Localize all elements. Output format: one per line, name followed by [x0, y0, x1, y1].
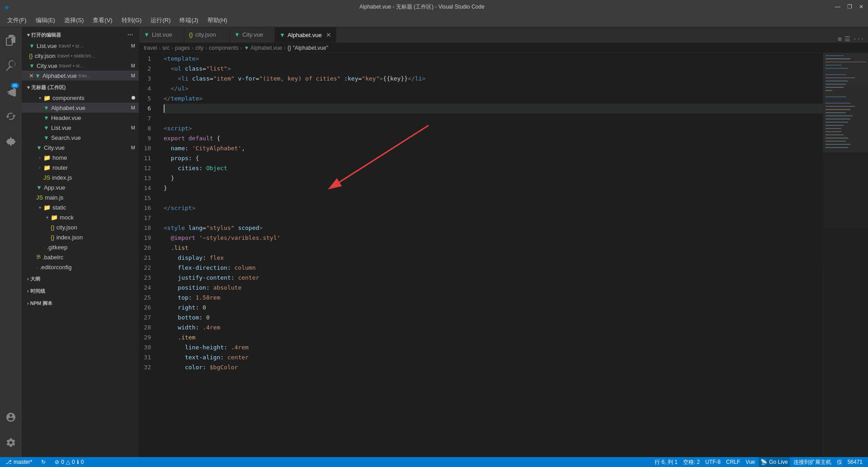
menu-view[interactable]: 查看(V)	[89, 15, 116, 25]
status-golive[interactable]: 📡 Go Live	[759, 457, 789, 467]
code-line-10[interactable]: name: 'CityAlphabet',	[164, 143, 823, 153]
open-editors-menu[interactable]: ···	[127, 31, 133, 39]
activity-debug[interactable]	[0, 105, 22, 127]
code-line-22[interactable]: flex-direction: column	[164, 263, 823, 273]
code-line-19[interactable]: @import '~styles/varibles.styl'	[164, 233, 823, 243]
code-line-30[interactable]: line-height: .4rem	[164, 343, 823, 353]
toggle-panel-icon[interactable]: ☰	[844, 35, 850, 43]
status-indentation[interactable]: 空格: 2	[681, 457, 702, 467]
file-index-json[interactable]: {} index.json	[22, 232, 139, 242]
code-line-8[interactable]: <script>	[164, 124, 823, 133]
folder-static[interactable]: ▾ 📁 static	[22, 202, 139, 212]
activity-settings[interactable]	[0, 432, 22, 453]
status-encoding[interactable]: UTF-8	[703, 457, 722, 467]
close-icon[interactable]: ✕	[29, 72, 34, 79]
status-errors[interactable]: ⊘ 0 △ 0 ℹ 0	[53, 457, 85, 467]
code-line-1[interactable]: <template>	[164, 54, 823, 64]
code-line-3[interactable]: <li class="item" v-for="(item, key) of c…	[164, 74, 823, 84]
code-line-15[interactable]	[164, 193, 823, 203]
file-main-js[interactable]: JS main.js	[22, 192, 139, 202]
breadcrumb-src[interactable]: src	[162, 45, 170, 51]
code-line-16[interactable]: </script>	[164, 203, 823, 213]
menu-goto[interactable]: 转到(G)	[118, 15, 146, 25]
activity-extensions[interactable]	[0, 131, 22, 152]
code-line-32[interactable]: color: $bgColor	[164, 362, 823, 372]
file-app-vue[interactable]: ▼ App.vue	[22, 182, 139, 192]
npm-title[interactable]: › NPM 脚本	[22, 296, 139, 309]
folder-components[interactable]: ▾ 📁 components	[22, 93, 139, 103]
close-button[interactable]: ✕	[859, 4, 863, 10]
timeline-title[interactable]: › 时间线	[22, 284, 139, 296]
code-line-14[interactable]: }	[164, 183, 823, 193]
menu-help[interactable]: 帮助(H)	[204, 15, 231, 25]
code-line-11[interactable]: props: {	[164, 153, 823, 163]
code-line-9[interactable]: export default {	[164, 133, 823, 143]
folder-home[interactable]: › 📁 home	[22, 152, 139, 162]
open-editor-alphabet-vue[interactable]: ✕ ▼ Alphabet.vue trav... M	[22, 71, 139, 81]
code-line-31[interactable]: text-align: center	[164, 353, 823, 362]
status-port[interactable]: 仅	[835, 457, 844, 467]
file-gitkeep[interactable]: · .gitkeep	[22, 242, 139, 252]
outline-title[interactable]: › 大纲	[22, 272, 139, 284]
code-line-29[interactable]: .item	[164, 333, 823, 343]
code-line-27[interactable]: bottom: 0	[164, 313, 823, 323]
activity-explorer[interactable]	[0, 29, 22, 51]
activity-git[interactable]: 45	[0, 80, 22, 102]
code-line-6[interactable]	[164, 104, 823, 114]
breadcrumb-alphabet-vue[interactable]: ▼ Alphabet.vue	[244, 45, 282, 51]
code-line-17[interactable]	[164, 213, 823, 223]
file-editorconfig[interactable]: · .editorconfig	[22, 262, 139, 272]
breadcrumb-symbol[interactable]: {} "Alphabet.vue"	[288, 45, 328, 51]
editor-content[interactable]: 1 2 3 4 5 6 7 8 9 10 11 12 13 14	[139, 53, 823, 457]
menu-edit[interactable]: 编辑(E)	[32, 15, 59, 25]
menu-run[interactable]: 运行(R)	[147, 15, 174, 25]
code-line-21[interactable]: display: flex	[164, 253, 823, 263]
code-line-24[interactable]: position: absolute	[164, 283, 823, 293]
more-actions-icon[interactable]: ···	[853, 35, 864, 43]
folder-router[interactable]: › 📁 router	[22, 162, 139, 172]
status-sync[interactable]: ↻	[39, 457, 47, 467]
code-line-5[interactable]: </template>	[164, 94, 823, 104]
status-extension-host[interactable]: 连接到扩展主机	[792, 457, 833, 467]
activity-search[interactable]	[0, 55, 22, 76]
code-line-23[interactable]: justify-content: center	[164, 273, 823, 283]
breadcrumb-pages[interactable]: pages	[175, 45, 190, 51]
code-line-13[interactable]: }	[164, 173, 823, 183]
code-line-4[interactable]: </ul>	[164, 84, 823, 94]
activity-account[interactable]	[0, 406, 22, 428]
file-city-vue[interactable]: ▼ City.vue M	[22, 143, 139, 152]
open-editor-city-vue[interactable]: ▼ City.vue travel • sr... M	[22, 61, 139, 71]
menu-select[interactable]: 选择(S)	[61, 15, 87, 25]
tab-close-button[interactable]: ✕	[326, 31, 331, 38]
menu-file[interactable]: 文件(F)	[4, 15, 30, 25]
code-line-12[interactable]: cities: Object	[164, 163, 823, 173]
breadcrumb-city[interactable]: city	[195, 45, 203, 51]
breadcrumb-components[interactable]: components	[209, 45, 238, 51]
code-line-20[interactable]: .list	[164, 243, 823, 253]
open-editor-city-json[interactable]: {} city.json travel • static\m...	[22, 51, 139, 61]
code-line-7[interactable]	[164, 114, 823, 124]
breadcrumb-travel[interactable]: travel	[144, 45, 157, 51]
window-controls[interactable]: — ❐ ✕	[835, 4, 863, 10]
file-list-vue[interactable]: ▼ List.vue M	[22, 123, 139, 133]
file-header-vue[interactable]: ▼ Header.vue	[22, 113, 139, 123]
tab-city-vue[interactable]: ▼ City.vue	[230, 27, 275, 43]
menu-terminal[interactable]: 终端(J)	[176, 15, 202, 25]
file-search-vue[interactable]: ▼ Search.vue	[22, 133, 139, 143]
status-cursor-pos[interactable]: 行 6, 列 1	[653, 457, 679, 467]
tab-alphabet-vue[interactable]: ▼ Alphabet.vue ✕	[275, 27, 336, 43]
code-line-25[interactable]: top: 1.58rem	[164, 293, 823, 303]
code-line-28[interactable]: width: .4rem	[164, 323, 823, 333]
status-language[interactable]: Vue	[744, 457, 757, 467]
code-lines[interactable]: <template> <ul class="list"> <li class="…	[162, 53, 823, 457]
folder-mock[interactable]: ▾ 📁 mock	[22, 212, 139, 222]
status-line-endings[interactable]: CRLF	[724, 457, 742, 467]
split-editor-icon[interactable]: ⊞	[838, 35, 841, 43]
file-babelrc[interactable]: 𝔅 .babelrc	[22, 252, 139, 262]
status-port-number[interactable]: 56471	[846, 457, 864, 467]
code-line-2[interactable]: <ul class="list">	[164, 64, 823, 74]
code-line-18[interactable]: <style lang="stylus" scoped>	[164, 223, 823, 233]
file-index-js[interactable]: JS index.js	[22, 172, 139, 182]
file-alphabet-vue[interactable]: ▼ Alphabet.vue M	[22, 103, 139, 113]
maximize-button[interactable]: ❐	[847, 4, 852, 10]
